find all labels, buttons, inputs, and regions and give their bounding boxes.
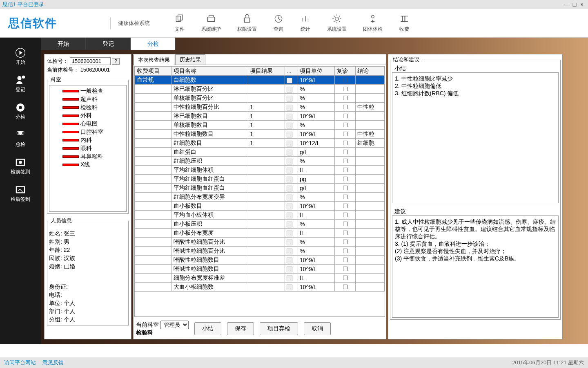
detail-button[interactable]: .. bbox=[287, 231, 292, 236]
detail-button[interactable]: .. bbox=[287, 249, 292, 254]
recheck-checkbox[interactable] bbox=[343, 141, 347, 145]
detail-button[interactable]: .. bbox=[287, 96, 292, 101]
detail-button[interactable]: .. bbox=[287, 258, 292, 263]
dept-item[interactable]: 检验科 bbox=[50, 103, 125, 112]
detail-button[interactable]: .. bbox=[287, 87, 292, 92]
recheck-checkbox[interactable] bbox=[343, 123, 347, 127]
table-row[interactable]: 血常规白细胞数..10^9/L bbox=[135, 76, 385, 85]
recheck-checkbox[interactable] bbox=[343, 177, 347, 181]
recheck-checkbox[interactable] bbox=[343, 105, 347, 109]
detail-button[interactable]: .. bbox=[287, 285, 292, 290]
detail-button[interactable]: .. bbox=[287, 150, 292, 155]
tool-查询[interactable]: 查询 bbox=[273, 13, 284, 33]
recheck-checkbox[interactable] bbox=[343, 78, 347, 82]
column-header[interactable]: 结论 bbox=[356, 67, 385, 76]
detail-button[interactable]: .. bbox=[287, 123, 292, 128]
dept-item[interactable]: X线 bbox=[50, 161, 125, 169]
table-row[interactable]: 平均红细胞血红蛋白..g/L bbox=[135, 184, 385, 193]
recheck-checkbox[interactable] bbox=[343, 159, 347, 163]
dept-item[interactable]: 眼科 bbox=[50, 144, 125, 153]
detail-button[interactable]: .. bbox=[287, 240, 292, 245]
exam-id-input[interactable] bbox=[70, 57, 111, 65]
recheck-checkbox[interactable] bbox=[343, 204, 347, 208]
table-row[interactable]: 嗜碱性粒细胞百分比..% bbox=[135, 247, 385, 256]
recheck-checkbox[interactable] bbox=[343, 231, 347, 235]
detail-button[interactable]: .. bbox=[287, 114, 292, 119]
recheck-checkbox[interactable] bbox=[343, 96, 347, 100]
dept-item[interactable]: 一般检查 bbox=[50, 87, 125, 95]
detail-button[interactable]: .. bbox=[287, 204, 292, 209]
table-row[interactable]: 嗜酸性粒细胞百分比..% bbox=[135, 238, 385, 247]
table-row[interactable]: 嗜酸性粒细胞数目..10^9/L bbox=[135, 256, 385, 265]
tool-收费[interactable]: 收费 bbox=[399, 13, 410, 33]
maximize-button[interactable]: □ bbox=[571, 1, 578, 8]
column-header[interactable]: 复诊 bbox=[335, 67, 356, 76]
sidebar-item-登记[interactable]: 登记 bbox=[0, 70, 41, 97]
column-header[interactable]: 项目结果 bbox=[248, 67, 285, 76]
detail-button[interactable]: .. bbox=[287, 105, 292, 110]
detail-button[interactable]: .. bbox=[287, 78, 292, 83]
table-row[interactable]: 单核细胞数目1..% bbox=[135, 121, 385, 130]
column-header[interactable]: 收费项目 bbox=[135, 67, 172, 76]
recheck-checkbox[interactable] bbox=[343, 222, 347, 226]
detail-button[interactable]: .. bbox=[287, 186, 292, 191]
link-platform[interactable]: 访问平台网站 bbox=[4, 359, 36, 366]
results-grid[interactable]: 收费项目项目名称项目结果...项目单位复诊结论血常规白细胞数..10^9/L淋巴… bbox=[134, 66, 385, 317]
help-button[interactable]: ? bbox=[112, 58, 120, 65]
dept-item[interactable]: 耳鼻喉科 bbox=[50, 153, 125, 161]
recheck-checkbox[interactable] bbox=[343, 276, 347, 280]
tab-开始[interactable]: 开始 bbox=[41, 38, 86, 50]
table-row[interactable]: 血小板压积..% bbox=[135, 220, 385, 229]
recheck-checkbox[interactable] bbox=[343, 132, 347, 136]
detail-button[interactable]: .. bbox=[287, 141, 292, 146]
detail-button[interactable]: .. bbox=[287, 177, 292, 182]
table-row[interactable]: 平均血小板体积..fL bbox=[135, 211, 385, 220]
tool-权限设置[interactable]: 权限设置 bbox=[237, 13, 257, 33]
save-button[interactable]: 保存 bbox=[227, 322, 254, 335]
recheck-checkbox[interactable] bbox=[343, 285, 347, 289]
table-row[interactable]: 平均红细胞血红蛋白..pg bbox=[135, 175, 385, 184]
close-button[interactable]: × bbox=[578, 1, 586, 8]
recheck-checkbox[interactable] bbox=[343, 114, 347, 118]
admin-select[interactable]: 管理员 bbox=[160, 321, 189, 329]
recheck-checkbox[interactable] bbox=[343, 168, 347, 172]
tool-系统维护[interactable]: 系统维护 bbox=[201, 13, 221, 33]
table-row[interactable]: 红细胞数目1..10^12/L红细胞 bbox=[135, 139, 385, 148]
tab-current-results[interactable]: 本次检查结果 bbox=[134, 55, 174, 65]
table-row[interactable]: 平均红细胞体积..fL bbox=[135, 166, 385, 175]
table-row[interactable]: 中性粒细胞百分比1..%中性粒 bbox=[135, 103, 385, 112]
recheck-checkbox[interactable] bbox=[343, 240, 347, 244]
table-row[interactable]: 血小板分布宽度..fL bbox=[135, 229, 385, 238]
recheck-checkbox[interactable] bbox=[343, 213, 347, 217]
detail-button[interactable]: .. bbox=[287, 267, 292, 272]
cancel-button[interactable]: 取消 bbox=[304, 322, 331, 335]
tool-统计[interactable]: 统计 bbox=[300, 13, 311, 33]
link-feedback[interactable]: 意见反馈 bbox=[42, 359, 64, 366]
table-row[interactable]: 血小板数目..10^9/L bbox=[135, 202, 385, 211]
tab-分检[interactable]: 分检 bbox=[131, 38, 176, 50]
table-row[interactable]: 血红蛋白..g/L bbox=[135, 148, 385, 157]
sidebar-item-检后签到[interactable]: 检后签到 bbox=[0, 180, 41, 207]
tab-history-results[interactable]: 历史结果 bbox=[175, 54, 205, 65]
discard-button[interactable]: 项目弃检 bbox=[260, 322, 298, 335]
dept-item[interactable]: 内科 bbox=[50, 136, 125, 144]
tool-系统设置[interactable]: 系统设置 bbox=[327, 13, 347, 33]
table-row[interactable]: 红细胞压积..% bbox=[135, 157, 385, 166]
dept-item[interactable]: 口腔科室 bbox=[50, 128, 125, 136]
summary-button[interactable]: 小结 bbox=[194, 322, 221, 335]
detail-button[interactable]: .. bbox=[287, 195, 292, 200]
table-row[interactable]: 淋巴细胞数目1..10^9/L bbox=[135, 112, 385, 121]
detail-button[interactable]: .. bbox=[287, 276, 292, 281]
column-header[interactable]: ... bbox=[285, 67, 298, 76]
recheck-checkbox[interactable] bbox=[343, 186, 347, 190]
detail-button[interactable]: .. bbox=[287, 132, 292, 137]
minimize-button[interactable]: — bbox=[564, 1, 571, 8]
table-row[interactable]: 红细胞分布宽度变异..% bbox=[135, 193, 385, 202]
sidebar-item-分检[interactable]: 分检 bbox=[0, 97, 41, 125]
detail-button[interactable]: .. bbox=[287, 159, 292, 164]
sidebar-item-开始[interactable]: 开始 bbox=[0, 43, 41, 70]
table-row[interactable]: 淋巴细胞百分比..% bbox=[135, 85, 385, 94]
dept-item[interactable]: 超声科 bbox=[50, 95, 125, 103]
recheck-checkbox[interactable] bbox=[343, 195, 347, 199]
table-row[interactable]: 中性粒细胞数目1..10^9/L中性粒 bbox=[135, 130, 385, 139]
